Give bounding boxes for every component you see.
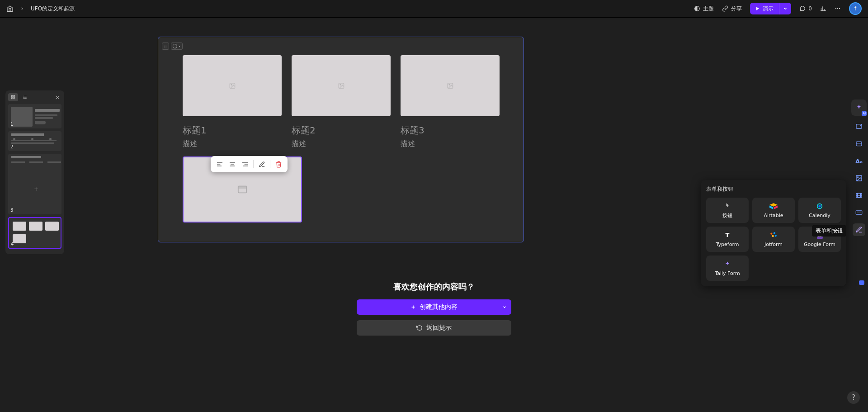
svg-rect-66 <box>772 235 774 237</box>
card-templates-button[interactable] <box>853 120 865 133</box>
forms-button[interactable] <box>853 223 865 236</box>
theme-button[interactable]: 主题 <box>694 5 714 13</box>
cell-desc[interactable]: 描述 <box>183 139 282 149</box>
tally-icon <box>723 260 731 268</box>
user-avatar[interactable]: f <box>849 2 862 15</box>
cell-title[interactable]: 标题1 <box>183 124 282 137</box>
insert-airtable-option[interactable]: Airtable <box>752 198 795 223</box>
drag-handle-icon[interactable] <box>162 43 169 50</box>
svg-point-31 <box>448 84 449 85</box>
play-icon <box>755 6 760 11</box>
home-icon[interactable] <box>6 5 14 12</box>
jotform-icon <box>769 232 778 239</box>
chevron-right-icon <box>20 6 24 11</box>
airtable-icon <box>769 203 778 210</box>
svg-rect-65 <box>774 232 776 234</box>
svg-point-20 <box>165 46 165 46</box>
plus-icon <box>410 304 416 310</box>
svg-rect-49 <box>856 142 862 146</box>
video-button[interactable] <box>853 189 865 202</box>
bottom-prompt: 喜欢您创作的内容吗？ 创建其他内容 返回提示 <box>357 281 511 341</box>
align-center-button[interactable] <box>227 159 238 170</box>
element-toolbar <box>211 156 288 172</box>
insert-typeform-option[interactable]: T Typeform <box>706 227 749 252</box>
help-button[interactable]: ? <box>847 391 860 404</box>
tooltip: 表单和按钮 <box>812 225 846 237</box>
svg-point-19 <box>165 45 165 45</box>
prompt-heading: 喜欢您创作的内容吗？ <box>357 281 511 292</box>
svg-rect-67 <box>774 234 777 237</box>
back-to-prompt-button[interactable]: 返回提示 <box>357 320 511 336</box>
image-placeholder[interactable] <box>401 55 500 116</box>
dots-icon <box>835 5 841 12</box>
svg-point-23 <box>166 46 166 46</box>
svg-point-63 <box>818 205 821 207</box>
svg-point-29 <box>340 84 340 85</box>
svg-point-22 <box>166 45 166 45</box>
svg-marker-59 <box>769 203 778 207</box>
cell-desc[interactable]: 描述 <box>401 139 500 149</box>
breadcrumb-title[interactable]: UFO的定义和起源 <box>31 5 75 13</box>
top-bar: UFO的定义和起源 主题 分享 演示 0 f <box>0 0 868 18</box>
cell-title[interactable]: 标题2 <box>292 124 391 137</box>
insert-button-option[interactable]: 按钮 <box>706 198 749 223</box>
chevron-down-icon <box>502 305 507 309</box>
svg-rect-33 <box>238 186 246 189</box>
gallery-cell-1[interactable]: 标题1 描述 <box>183 55 282 149</box>
gallery-cell-3[interactable]: 标题3 描述 <box>401 55 500 149</box>
right-rail: AI Aa <box>850 99 868 236</box>
typeform-icon: T <box>723 232 731 239</box>
ai-button[interactable]: AI <box>851 99 867 116</box>
chevron-down-icon <box>783 6 788 11</box>
theme-icon <box>694 5 700 12</box>
pointer-icon <box>723 202 731 209</box>
svg-point-7 <box>837 8 838 9</box>
image-placeholder[interactable] <box>292 55 391 116</box>
align-right-button[interactable] <box>240 159 250 170</box>
calendly-icon <box>816 203 824 210</box>
image-button[interactable] <box>853 172 865 185</box>
insert-calendly-option[interactable]: Calendly <box>798 198 841 223</box>
insert-tallyform-option[interactable]: Tally Form <box>706 256 749 281</box>
more-button[interactable] <box>835 5 841 12</box>
svg-point-6 <box>835 8 836 9</box>
comment-icon <box>799 5 806 12</box>
cell-title[interactable]: 标题3 <box>401 124 500 137</box>
color-picker-button[interactable] <box>171 43 183 50</box>
link-icon <box>722 5 728 12</box>
gallery-cell-2[interactable]: 标题2 描述 <box>292 55 391 149</box>
edit-button[interactable] <box>256 159 267 170</box>
slide-card[interactable]: 标题1 描述 标题2 描述 标题3 描述 <box>158 37 524 242</box>
svg-point-27 <box>231 84 231 85</box>
svg-point-52 <box>858 177 859 178</box>
delete-button[interactable] <box>273 159 284 170</box>
create-more-button[interactable]: 创建其他内容 <box>357 299 511 315</box>
layout-button[interactable] <box>853 137 865 150</box>
svg-point-21 <box>165 47 165 47</box>
image-placeholder[interactable] <box>183 55 282 116</box>
svg-rect-57 <box>856 211 862 214</box>
share-button[interactable]: 分享 <box>722 5 742 13</box>
undo-icon <box>416 325 423 331</box>
embed-button[interactable] <box>853 206 865 219</box>
text-button[interactable]: Aa <box>853 155 865 167</box>
present-dropdown[interactable] <box>779 3 791 14</box>
align-left-button[interactable] <box>214 159 225 170</box>
present-button[interactable]: 演示 <box>750 3 791 14</box>
svg-marker-1 <box>756 7 759 10</box>
notification-dot[interactable] <box>859 280 864 285</box>
popup-title: 表单和按钮 <box>706 185 841 193</box>
insert-jotform-option[interactable]: Jotform <box>752 227 795 252</box>
svg-point-24 <box>166 47 166 47</box>
analytics-button[interactable] <box>820 5 826 12</box>
comments-button[interactable]: 0 <box>799 5 812 12</box>
svg-point-8 <box>839 8 840 9</box>
svg-rect-64 <box>770 232 773 235</box>
chart-icon <box>820 5 826 12</box>
cell-desc[interactable]: 描述 <box>292 139 391 149</box>
